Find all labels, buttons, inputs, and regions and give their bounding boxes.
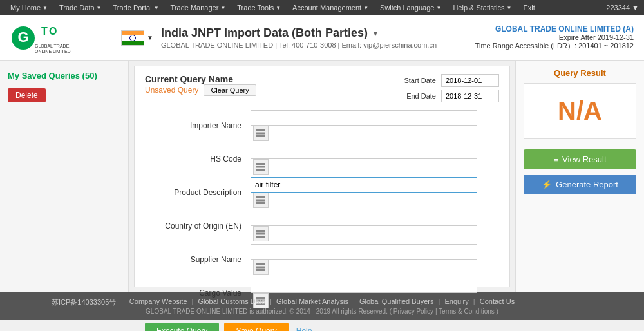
footer-link-market-analysis[interactable]: Global Market Analysis [276,298,348,305]
footer-links-row: 苏ICP备14033305号 Company Website | Global … [0,298,644,305]
date-group: Start Date End Date [404,74,499,102]
product-desc-icon[interactable] [253,193,269,208]
clear-query-button[interactable]: Clear Query [204,84,256,96]
header-info: India JNPT Import Data (Both Parties) ▼ … [161,26,475,49]
saved-queries-title: My Saved Queries (50) [8,71,120,80]
generate-report-button[interactable]: ⚡ Generate Report [524,175,636,194]
country-of-origin-input[interactable] [251,211,477,226]
start-date-input[interactable] [441,74,499,87]
query-title: Current Query Name [145,74,256,84]
action-row: Execute Query Save Query Help [145,317,499,331]
supplier-name-input[interactable] [251,244,477,260]
na-value: N/A [524,97,636,126]
footer-divider: | [192,298,194,305]
table-row: Product Description [145,176,499,209]
nav-items: My Home ▼ Trade Data ▼ Trade Portal ▼ Tr… [5,2,606,14]
query-section-title: Current Query Name Unsaved Query Clear Q… [145,74,256,104]
nav-trade-tools[interactable]: Trade Tools ▼ [232,2,286,14]
view-result-button[interactable]: ≡ View Result [524,149,636,169]
delete-button[interactable]: Delete [8,88,46,102]
importer-name-input[interactable] [251,110,477,126]
country-origin-cell [248,209,499,243]
execute-query-button[interactable]: Execute Query [145,323,219,331]
right-panel: Query Result N/A ≡ View Result ⚡ Generat… [515,61,644,292]
header-subtitle: GLOBAL TRADE ONLINE LIMITED | Tel: 400-7… [161,41,475,49]
hs-code-icon[interactable] [253,159,269,175]
country-origin-icon[interactable] [253,226,269,241]
footer-icp: 苏ICP备14033305号 [52,298,116,307]
nav-arrow: ▼ [506,5,511,11]
footer-link-company-website[interactable]: Company Website [129,298,187,305]
table-row: HS Code [145,142,499,176]
header: G T O GLOBAL TRADE ONLINE LIMITED ▼ Indi… [0,15,644,61]
footer-divider: ) [497,308,498,315]
flag-mid [122,35,144,41]
user-id[interactable]: 223344 ▼ [606,4,639,12]
header-title: India JNPT Import Data (Both Parties) ▼ [161,26,475,40]
footer-divider: | [353,298,355,305]
footer-wrapper: 苏ICP备14033305号 Company Website | Global … [0,298,644,315]
table-row: Country of Origin (EN) [145,209,499,243]
svg-rect-16 [256,233,265,235]
flag-dropdown-arrow[interactable]: ▼ [147,34,153,41]
report-icon: ⚡ [542,180,552,189]
svg-text:O: O [49,26,57,37]
help-link[interactable]: Help [294,323,315,331]
svg-text:ONLINE LIMITED: ONLINE LIMITED [35,49,71,53]
svg-text:GLOBAL TRADE: GLOBAL TRADE [35,44,70,48]
nav-switch-language[interactable]: Switch Language ▼ [375,2,446,14]
footer-link-enquiry[interactable]: Enquiry [444,298,468,305]
supplier-name-cell [248,243,499,276]
india-flag [121,30,144,46]
hs-code-label: HS Code [145,142,248,176]
save-query-button[interactable]: Save Query [224,323,288,331]
footer-link-qualified-buyers[interactable]: Global Qualified Buyers [359,298,434,305]
ldr-range: Time Range Accessible (LDR）: 201401 ~ 20… [475,41,634,51]
svg-rect-17 [256,236,265,238]
logo-svg: G T O GLOBAL TRADE ONLINE LIMITED [10,21,88,55]
main-wrapper: My Saved Queries (50) Delete Current Que… [0,61,644,292]
nav-trade-data[interactable]: Trade Data ▼ [54,2,107,14]
query-name-row: Unsaved Query Clear Query [145,84,256,96]
nav-arrow: ▼ [276,5,281,11]
svg-rect-12 [256,196,265,198]
end-date-label: End Date [406,92,436,100]
product-description-input[interactable] [251,177,477,193]
supplier-name-icon[interactable] [253,260,269,275]
nav-account-management[interactable]: Account Management ▼ [287,2,374,14]
hs-code-cell [248,142,499,176]
nav-trade-portal[interactable]: Trade Portal ▼ [108,2,164,14]
top-nav: My Home ▼ Trade Data ▼ Trade Portal ▼ Tr… [0,0,644,15]
nav-arrow: ▼ [43,5,48,11]
hs-code-input[interactable] [251,144,477,159]
nav-trade-manager[interactable]: Trade Manager ▼ [166,2,231,14]
end-date-input[interactable] [441,90,499,102]
flag-area: ▼ [121,30,153,46]
svg-rect-15 [256,230,265,232]
svg-rect-9 [256,163,265,165]
start-date-label: Start Date [404,77,436,84]
footer-privacy-link[interactable]: Privacy Policy [393,308,433,315]
end-date-row: End Date [406,90,499,102]
svg-rect-7 [256,133,265,135]
list-icon: ≡ [554,155,559,164]
nav-arrow: ▼ [363,5,368,11]
nav-my-home[interactable]: My Home ▼ [5,2,53,14]
importer-name-label: Importer Name [145,109,248,142]
footer-terms-link[interactable]: Terms & Conditions [439,308,495,315]
header-right: GLOBAL TRADE ONLINE LIMITED (A) Expire A… [475,24,634,51]
title-dropdown-icon[interactable]: ▼ [372,29,379,38]
query-area: Current Query Name Unsaved Query Clear Q… [134,66,510,287]
footer-link-customs-data[interactable]: Global Customs Data [198,298,266,305]
nav-arrow: ▼ [154,5,159,11]
cargo-value-input[interactable] [251,278,477,293]
nav-help-statistics[interactable]: Help & Statistics ▼ [448,2,516,14]
footer-link-contact-us[interactable]: Contact Us [480,298,515,305]
sidebar: My Saved Queries (50) Delete [0,61,129,292]
svg-rect-11 [256,169,265,171]
importer-name-icon[interactable] [253,126,269,141]
svg-rect-6 [256,129,265,131]
title-text: India JNPT Import Data (Both Parties) [161,26,368,40]
footer-divider: | [473,298,475,305]
nav-exit[interactable]: Exit [518,2,540,14]
